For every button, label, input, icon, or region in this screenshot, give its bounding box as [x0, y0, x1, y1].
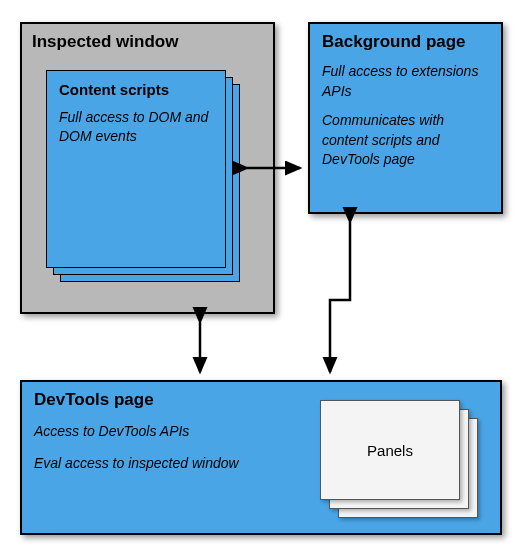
devtools-page-box: DevTools page Access to DevTools APIs Ev…: [20, 380, 502, 535]
content-scripts-stack: Content scripts Full access to DOM and D…: [46, 70, 236, 280]
arrow-background-devtools: [330, 222, 350, 372]
background-page-body2: Communicates with content scripts and De…: [322, 111, 489, 170]
content-scripts-body: Full access to DOM and DOM events: [59, 108, 213, 146]
panel-sheet-front: Panels: [320, 400, 460, 500]
panels-stack: Panels: [320, 400, 480, 520]
panels-label: Panels: [367, 442, 413, 459]
inspected-window-title: Inspected window: [32, 32, 263, 52]
content-scripts-sheet-front: Content scripts Full access to DOM and D…: [46, 70, 226, 268]
background-page-body1: Full access to extensions APIs: [322, 62, 489, 101]
content-scripts-title: Content scripts: [59, 81, 213, 98]
background-page-title: Background page: [322, 32, 489, 52]
background-page-box: Background page Full access to extension…: [308, 22, 503, 214]
